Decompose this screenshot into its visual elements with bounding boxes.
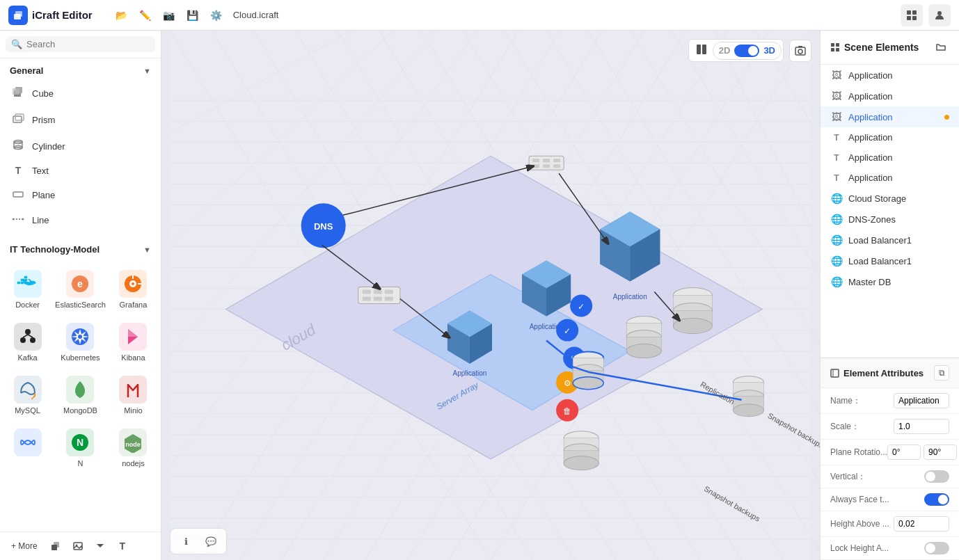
scene-item-7[interactable]: 🌐 Cloud Storage — [821, 188, 959, 209]
scene-item-10[interactable]: 🌐 Load Balancer1 — [821, 250, 959, 271]
db-bottom[interactable] — [564, 431, 599, 470]
ea-vertical-toggle[interactable] — [924, 470, 949, 483]
svg-rect-50 — [702, 45, 706, 54]
icon-cell-kubernetes[interactable]: Kubernetes — [52, 317, 109, 367]
scene-item-8-label: DNS-Zones — [848, 214, 896, 225]
db-stack-1[interactable] — [673, 287, 712, 333]
icon-cell-mongodb[interactable]: MongoDB — [52, 370, 109, 420]
profile-button[interactable] — [928, 4, 951, 26]
ea-always-face-toggle[interactable] — [924, 493, 949, 506]
text-label: Text — [32, 166, 49, 176]
sidebar-item-line[interactable]: Line — [0, 208, 161, 232]
icon-cell-elasticsearch[interactable]: e EslasticSearch — [52, 264, 109, 314]
scene-item-4[interactable]: T Application — [821, 127, 959, 147]
search-input[interactable] — [26, 39, 150, 49]
icon-cell-nodejs[interactable]: node nodejs — [111, 423, 155, 473]
icon-cell-nginx[interactable]: N N — [52, 423, 109, 473]
settings-button[interactable]: ⚙️ — [207, 6, 226, 25]
scene-item-3[interactable]: 🖼 Application — [821, 106, 959, 127]
scene-item-9[interactable]: 🌐 Load Balancer1 — [821, 230, 959, 250]
canvas-topbar: 2D 3D — [688, 39, 811, 62]
svg-text:⚙: ⚙ — [564, 378, 571, 388]
sidebar-item-cylinder[interactable]: Cylinder — [0, 133, 161, 159]
scene-item-2-label: Application — [848, 91, 893, 102]
screenshot-button[interactable]: 📷 — [159, 6, 179, 25]
svg-rect-175 — [831, 369, 839, 377]
svg-point-29 — [132, 282, 134, 285]
icon-cell-grafana[interactable]: Grafana — [111, 264, 155, 314]
save-button[interactable]: 💾 — [183, 6, 203, 25]
router-top[interactable] — [529, 156, 564, 170]
ea-plane-rot-row: Plane Rotatio... — [821, 440, 959, 465]
svg-rect-173 — [831, 48, 834, 51]
more-button[interactable]: + More — [6, 538, 43, 554]
logo-icon — [8, 6, 28, 25]
ea-copy-button[interactable]: ⧉ — [934, 365, 949, 381]
cube-icon — [11, 86, 25, 101]
search-bar: 🔍 — [0, 31, 161, 58]
canvas-screenshot-button[interactable] — [789, 40, 811, 62]
svg-rect-39 — [79, 393, 81, 398]
cube-tool-button[interactable] — [46, 536, 65, 556]
sidebar-item-cube[interactable]: Cube — [0, 80, 161, 106]
kibana-label: Kibana — [121, 353, 145, 362]
svg-rect-172 — [836, 43, 839, 47]
main-layout: 🔍 General ▼ Cube — [0, 31, 959, 560]
scene-item-6[interactable]: T Application — [821, 168, 959, 188]
icon-cell-kibana[interactable]: Kibana — [111, 317, 155, 367]
ea-plane-rot-input-1[interactable] — [887, 445, 921, 460]
scene-item-5[interactable]: T Application — [821, 147, 959, 168]
it-model-section-header[interactable]: IT Technology-Model ▼ — [0, 237, 161, 259]
db-stack-2[interactable] — [626, 317, 661, 358]
ea-scale-label: Scale： — [830, 421, 859, 433]
ea-lock-height-toggle[interactable] — [924, 542, 949, 554]
left-sidebar: 🔍 General ▼ Cube — [0, 31, 161, 560]
sidebar-item-text[interactable]: T Text — [0, 159, 161, 182]
ea-scale-input[interactable] — [894, 419, 949, 434]
db-far-right[interactable] — [733, 376, 763, 417]
db-connected[interactable] — [573, 352, 603, 390]
icon-cell-docker[interactable]: Docker — [6, 264, 49, 314]
info-button[interactable]: ℹ — [176, 531, 196, 551]
ea-plane-rot-label: Plane Rotatio... — [830, 447, 887, 457]
image-tool-button[interactable] — [68, 536, 88, 556]
sidebar-item-plane[interactable]: Plane — [0, 182, 161, 208]
text-tool-button[interactable]: T — [113, 536, 132, 556]
svg-rect-53 — [798, 46, 802, 47]
icon-cell-minio[interactable]: Minio — [111, 370, 155, 420]
more-dropdown-button[interactable] — [90, 536, 110, 556]
search-input-wrap[interactable]: 🔍 — [6, 36, 155, 52]
icon-cell-infinity[interactable] — [6, 423, 49, 473]
icon-cell-mysql[interactable]: MySQL — [6, 370, 49, 420]
scene-item-1[interactable]: 🖼 Application — [821, 65, 959, 86]
ea-height-above-input[interactable] — [894, 516, 949, 531]
ea-name-input[interactable] — [894, 393, 949, 408]
view-2d-button[interactable] — [690, 41, 713, 60]
svg-rect-1 — [15, 11, 22, 17]
canvas-svg[interactable]: cloud Server Array DNS — [161, 31, 820, 560]
scene-item-9-label: Load Balancer1 — [848, 235, 912, 246]
svg-point-33 — [20, 337, 26, 343]
svg-point-17 — [13, 218, 15, 221]
canvas-area[interactable]: 2D 3D — [161, 31, 820, 560]
canvas-bottom-tools: ℹ 💬 — [170, 528, 227, 554]
edit-button[interactable]: ✏️ — [136, 6, 155, 25]
grid-view-button[interactable] — [901, 4, 923, 26]
scene-elements-folder-button[interactable] — [933, 39, 949, 56]
general-label: General — [10, 65, 43, 76]
comment-button[interactable]: 💬 — [201, 531, 221, 551]
router-left[interactable] — [358, 287, 400, 303]
ea-title-label: Element Attributes — [843, 368, 924, 378]
scene-item-11[interactable]: 🌐 Master DB — [821, 271, 959, 292]
svg-rect-3 — [912, 10, 917, 15]
sidebar-item-prism[interactable]: Prism — [0, 106, 161, 133]
mode-switch[interactable] — [734, 45, 759, 57]
icon-cell-kafka[interactable]: Kafka — [6, 317, 49, 367]
scene-item-2[interactable]: 🖼 Application — [821, 86, 959, 106]
scene-item-8[interactable]: 🌐 DNS-Zones — [821, 209, 959, 230]
general-section-header[interactable]: General ▼ — [0, 58, 161, 80]
ea-plane-rot-input-2[interactable] — [924, 445, 957, 460]
open-file-button[interactable]: 📂 — [112, 6, 132, 25]
docker-icon — [14, 270, 42, 298]
ea-title-icon — [830, 369, 839, 378]
